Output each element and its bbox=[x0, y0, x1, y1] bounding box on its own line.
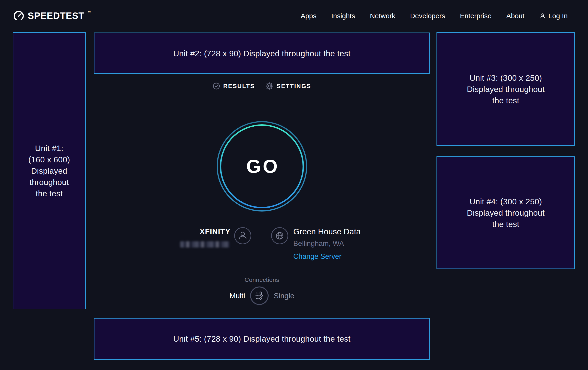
tabs-row: RESULTS SETTINGS bbox=[94, 82, 430, 90]
top-nav-bar: SPEEDTEST ™ Apps Insights Network Develo… bbox=[13, 0, 568, 32]
logo-text: SPEEDTEST bbox=[28, 11, 84, 21]
ad-unit-2-text: Unit #2: (728 x 90) Displayed throughout… bbox=[173, 48, 351, 59]
gear-icon bbox=[265, 82, 273, 90]
ad-unit-4[interactable]: Unit #4: (300 x 250) Displayed throughou… bbox=[437, 156, 575, 269]
isp-avatar[interactable] bbox=[234, 227, 251, 244]
globe-icon bbox=[272, 227, 288, 244]
multi-connections-icon bbox=[251, 287, 268, 305]
go-button-rings bbox=[216, 121, 307, 212]
ad-unit-5[interactable]: Unit #5: (728 x 90) Displayed throughout… bbox=[94, 318, 430, 360]
user-icon bbox=[539, 12, 546, 19]
isp-name: XFINITY bbox=[162, 227, 231, 236]
tab-settings-label: SETTINGS bbox=[276, 83, 311, 90]
server-info: Green House Data Bellingham, WA Change S… bbox=[293, 227, 361, 261]
connections-row: Multi Single bbox=[94, 287, 430, 305]
ad-unit-5-text: Unit #5: (728 x 90) Displayed throughout… bbox=[173, 333, 351, 344]
tab-results[interactable]: RESULTS bbox=[213, 82, 255, 90]
server-globe-badge[interactable] bbox=[271, 227, 288, 244]
connections-label: Connections bbox=[94, 276, 430, 284]
nav-item-about[interactable]: About bbox=[506, 12, 524, 20]
check-circle-icon bbox=[213, 82, 220, 90]
connections-multi-option[interactable]: Multi bbox=[230, 291, 245, 300]
ip-address-redacted bbox=[180, 241, 230, 248]
nav-item-network[interactable]: Network bbox=[370, 12, 395, 20]
connections-single-option[interactable]: Single bbox=[274, 291, 294, 300]
connections-toggle[interactable] bbox=[250, 287, 269, 305]
go-button[interactable]: GO bbox=[216, 121, 307, 212]
login-label: Log In bbox=[548, 12, 568, 20]
ad-unit-1[interactable]: Unit #1: (160 x 600) Displayed throughou… bbox=[13, 32, 86, 309]
server-name: Green House Data bbox=[293, 227, 361, 237]
nav-item-developers[interactable]: Developers bbox=[410, 12, 445, 20]
tab-results-label: RESULTS bbox=[223, 83, 255, 90]
speedtest-logo[interactable]: SPEEDTEST ™ bbox=[13, 10, 91, 22]
gauge-icon bbox=[13, 10, 25, 22]
tab-settings[interactable]: SETTINGS bbox=[265, 82, 311, 90]
nav-item-apps[interactable]: Apps bbox=[301, 12, 316, 20]
ad-unit-3-text: Unit #3: (300 x 250) Displayed throughou… bbox=[467, 72, 545, 106]
server-location: Bellingham, WA bbox=[293, 239, 361, 248]
nav-item-insights[interactable]: Insights bbox=[331, 12, 355, 20]
ad-unit-2[interactable]: Unit #2: (728 x 90) Displayed throughout… bbox=[94, 32, 430, 74]
ad-unit-1-text: Unit #1: (160 x 600) Displayed throughou… bbox=[28, 142, 70, 199]
change-server-link[interactable]: Change Server bbox=[293, 252, 361, 261]
logo-trademark: ™ bbox=[88, 11, 91, 14]
login-button[interactable]: Log In bbox=[539, 12, 568, 20]
ad-unit-4-text: Unit #4: (300 x 250) Displayed throughou… bbox=[467, 196, 545, 230]
ad-unit-3[interactable]: Unit #3: (300 x 250) Displayed throughou… bbox=[437, 32, 575, 146]
person-icon bbox=[235, 227, 251, 244]
nav-menu: Apps Insights Network Developers Enterpr… bbox=[301, 12, 568, 20]
nav-item-enterprise[interactable]: Enterprise bbox=[460, 12, 492, 20]
